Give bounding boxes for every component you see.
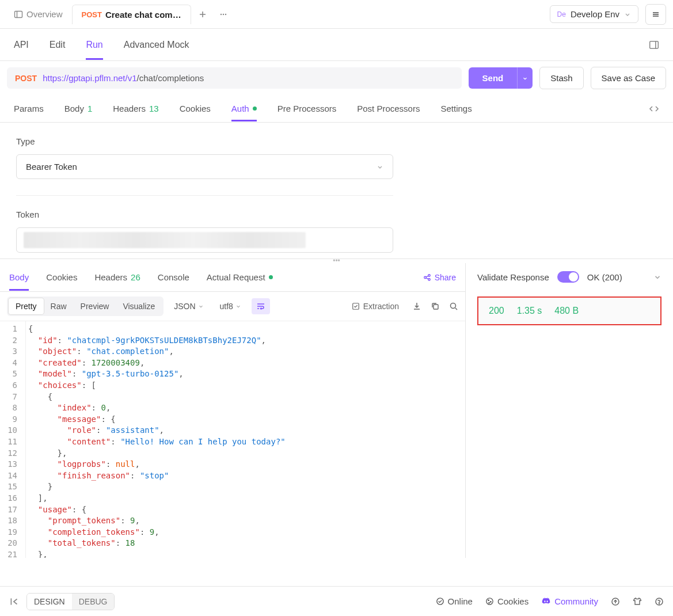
- url-bar[interactable]: POST https://gptapi.pflm.net/v1/chat/com…: [7, 67, 462, 89]
- view-pretty[interactable]: Pretty: [9, 298, 44, 314]
- status-text: OK (200): [587, 272, 622, 282]
- footer-help-button[interactable]: [655, 597, 664, 606]
- auth-type-value: Bearer Token: [26, 162, 77, 172]
- tab-cookies-label: Cookies: [180, 104, 211, 113]
- more-options-button[interactable]: [214, 5, 233, 24]
- dots-icon: [219, 10, 228, 19]
- tab-pre-processors[interactable]: Pre Processors: [277, 96, 337, 121]
- json-viewer[interactable]: 123456789101112131415161718192021 { "id"…: [0, 321, 465, 558]
- tab-auth[interactable]: Auth: [231, 96, 257, 121]
- svg-point-32: [659, 603, 660, 604]
- format-type-label: JSON: [174, 302, 195, 311]
- tab-post-label: Post Processors: [357, 104, 420, 113]
- resp-tab-actual-request[interactable]: Actual Request: [207, 264, 273, 290]
- cookie-icon: [485, 597, 494, 606]
- code-content: { "id": "chatcmpl-9grkPOKSTsULDEM8kBTsBh…: [25, 321, 465, 558]
- tab-settings[interactable]: Settings: [440, 96, 472, 121]
- footer-upload-button[interactable]: [611, 597, 620, 606]
- search-button[interactable]: [449, 302, 458, 311]
- env-label: Develop Env: [571, 9, 619, 19]
- mode-design[interactable]: DESIGN: [27, 594, 72, 610]
- tab-body-label: Body: [64, 104, 84, 113]
- chevron-down-icon: [653, 273, 661, 281]
- help-icon: [655, 597, 664, 606]
- share-label: Share: [435, 273, 456, 282]
- chevron-down-icon: [624, 11, 631, 18]
- copy-button[interactable]: [431, 302, 440, 311]
- chevron-down-icon: [198, 303, 204, 309]
- nav-mock[interactable]: Advanced Mock: [124, 31, 189, 59]
- svg-point-4: [220, 13, 221, 14]
- svg-line-22: [455, 308, 457, 310]
- copy-icon: [431, 302, 440, 311]
- svg-point-25: [486, 598, 493, 604]
- svg-point-6: [225, 13, 226, 14]
- send-button[interactable]: Send: [469, 67, 518, 89]
- auth-section: Type Bearer Token Token: [0, 123, 673, 258]
- tab-params-label: Params: [14, 104, 44, 113]
- save-as-case-button[interactable]: Save as Case: [591, 67, 666, 89]
- panel-toggle-button[interactable]: [649, 40, 659, 50]
- nav-run[interactable]: Run: [86, 31, 102, 59]
- status-expand-button[interactable]: [653, 273, 661, 281]
- extraction-button[interactable]: Extraction: [348, 299, 403, 314]
- resp-tab-headers[interactable]: Headers26: [94, 264, 140, 290]
- divider: [16, 195, 393, 196]
- resp-tab-actual-label: Actual Request: [207, 272, 265, 282]
- download-icon: [412, 302, 421, 311]
- resize-handle[interactable]: •••: [0, 258, 673, 263]
- tab-settings-label: Settings: [440, 104, 472, 113]
- auth-type-select[interactable]: Bearer Token: [16, 154, 393, 179]
- tab-post-processors[interactable]: Post Processors: [357, 96, 420, 121]
- share-button[interactable]: Share: [423, 273, 456, 282]
- resp-tab-cookies[interactable]: Cookies: [46, 264, 77, 290]
- tab-headers[interactable]: Headers13: [113, 96, 158, 121]
- download-button[interactable]: [412, 302, 421, 311]
- format-type-select[interactable]: JSON: [168, 298, 209, 314]
- tab-cookies[interactable]: Cookies: [180, 96, 211, 121]
- footer-community[interactable]: Community: [541, 596, 598, 606]
- encoding-select[interactable]: utf8: [214, 298, 247, 314]
- tab-params[interactable]: Params: [14, 96, 44, 121]
- add-tab-button[interactable]: [193, 5, 212, 24]
- chevron-down-icon: [235, 303, 241, 309]
- svg-rect-19: [353, 303, 359, 310]
- svg-point-13: [428, 274, 430, 276]
- layout-icon: [649, 40, 659, 50]
- resp-tab-headers-label: Headers: [94, 272, 127, 282]
- response-left-panel: Body Cookies Headers26 Console Actual Re…: [0, 263, 466, 558]
- footer-online[interactable]: Online: [436, 596, 473, 606]
- view-preview[interactable]: Preview: [74, 298, 116, 314]
- resp-tab-body[interactable]: Body: [9, 264, 29, 290]
- stash-button[interactable]: Stash: [539, 67, 583, 89]
- wrap-toggle-button[interactable]: [252, 298, 270, 314]
- resp-tab-console-label: Console: [158, 272, 189, 282]
- chevron-down-icon: [522, 75, 528, 81]
- code-snippet-button[interactable]: [649, 104, 659, 114]
- mode-debug[interactable]: DEBUG: [72, 594, 115, 610]
- resp-tab-headers-count: 26: [131, 272, 140, 282]
- discord-icon: [541, 596, 551, 606]
- token-input[interactable]: [16, 227, 393, 253]
- line-gutter: 123456789101112131415161718192021: [0, 321, 25, 558]
- footer-cookies[interactable]: Cookies: [485, 596, 528, 606]
- nav-api[interactable]: API: [14, 31, 29, 59]
- env-badge: De: [557, 10, 566, 18]
- footer-online-label: Online: [448, 596, 473, 606]
- send-dropdown-button[interactable]: [517, 67, 533, 89]
- collapse-sidebar-button[interactable]: [9, 596, 20, 607]
- validate-toggle[interactable]: [557, 271, 579, 283]
- view-raw[interactable]: Raw: [44, 298, 74, 314]
- footer-theme-button[interactable]: [633, 597, 642, 606]
- overview-tab[interactable]: Overview: [7, 6, 70, 22]
- tab-body[interactable]: Body1: [64, 96, 93, 121]
- view-visualize[interactable]: Visualize: [116, 298, 162, 314]
- active-request-tab[interactable]: POST Create chat com…: [72, 5, 191, 24]
- nav-edit[interactable]: Edit: [50, 31, 66, 59]
- environment-selector[interactable]: De Develop Env: [550, 5, 638, 23]
- upload-icon: [611, 597, 620, 606]
- resp-tab-console[interactable]: Console: [158, 264, 189, 290]
- metrics-box: 200 1.35 s 480 B: [477, 296, 661, 325]
- menu-button[interactable]: [645, 4, 666, 25]
- footer-community-label: Community: [554, 596, 598, 606]
